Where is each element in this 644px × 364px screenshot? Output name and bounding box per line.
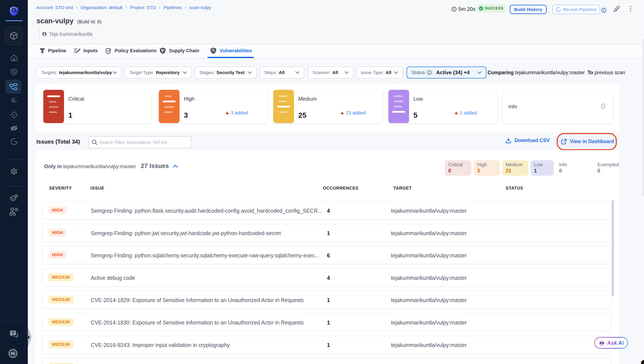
svg-text:?: ? bbox=[12, 330, 14, 335]
